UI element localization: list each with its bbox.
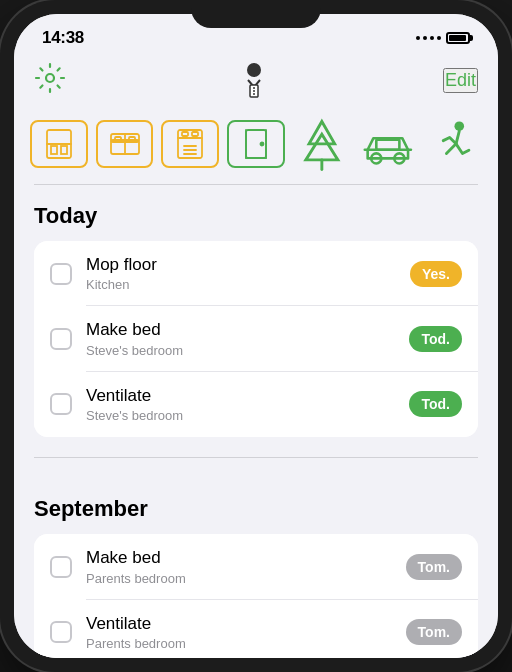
signal-icon [416, 36, 441, 40]
room-car[interactable] [359, 120, 417, 168]
task-name: Make bed [86, 548, 406, 568]
svg-point-4 [253, 90, 255, 92]
task-info: Make bed Steve's bedroom [86, 320, 409, 357]
room-door[interactable] [227, 120, 285, 168]
room-strip [14, 112, 498, 184]
room-bathroom[interactable] [30, 120, 88, 168]
svg-point-5 [253, 93, 255, 95]
phone-screen: 14:38 [14, 14, 498, 658]
svg-rect-30 [376, 140, 399, 150]
svg-point-25 [261, 143, 264, 146]
september-title: September [34, 496, 478, 522]
task-badge: Tod. [409, 326, 462, 352]
task-badge: Tom. [406, 554, 462, 580]
svg-rect-8 [51, 146, 57, 154]
task-item: Make bed Parents bedroom Tom. [34, 534, 478, 599]
task-badge: Yes. [410, 261, 462, 287]
svg-rect-17 [182, 132, 188, 136]
svg-rect-18 [192, 132, 198, 136]
status-time: 14:38 [42, 28, 84, 48]
task-name: Ventilate [86, 386, 409, 406]
september-tasks-list: Make bed Parents bedroom Tom. Ventilate … [34, 534, 478, 658]
task-badge: Tom. [406, 619, 462, 645]
task-checkbox[interactable] [50, 556, 72, 578]
notch [191, 0, 321, 28]
today-section: Today Mop floor Kitchen Yes. [14, 185, 498, 437]
room-outdoor[interactable] [293, 120, 351, 168]
svg-point-3 [253, 87, 255, 89]
task-info: Ventilate Parents bedroom [86, 614, 406, 651]
task-location: Parents bedroom [86, 571, 406, 586]
svg-rect-14 [129, 137, 135, 141]
task-name: Ventilate [86, 614, 406, 634]
task-location: Kitchen [86, 277, 410, 292]
task-location: Parents bedroom [86, 636, 406, 651]
status-icons [416, 32, 470, 44]
settings-icon[interactable] [34, 62, 66, 98]
task-info: Mop floor Kitchen [86, 255, 410, 292]
phone-frame: 14:38 [0, 0, 512, 672]
task-location: Steve's bedroom [86, 343, 409, 358]
svg-marker-28 [306, 134, 338, 160]
task-item: Ventilate Parents bedroom Tom. [34, 600, 478, 658]
september-section: September Make bed Parents bedroom Tom. [14, 478, 498, 658]
task-checkbox[interactable] [50, 393, 72, 415]
room-bedroom[interactable] [96, 120, 154, 168]
task-info: Ventilate Steve's bedroom [86, 386, 409, 423]
task-item: Ventilate Steve's bedroom Tod. [34, 372, 478, 437]
svg-rect-13 [115, 137, 121, 141]
section-gap [14, 437, 498, 457]
task-item: Mop floor Kitchen Yes. [34, 241, 478, 306]
task-checkbox[interactable] [50, 263, 72, 285]
room-exercise[interactable] [424, 120, 482, 168]
battery-icon [446, 32, 470, 44]
svg-point-34 [455, 122, 465, 132]
today-tasks-list: Mop floor Kitchen Yes. Make bed Steve's … [34, 241, 478, 437]
scroll-content[interactable]: Today Mop floor Kitchen Yes. [14, 185, 498, 658]
task-name: Make bed [86, 320, 409, 340]
task-checkbox[interactable] [50, 328, 72, 350]
app-logo [234, 60, 274, 100]
svg-point-1 [247, 63, 261, 77]
room-living[interactable] [161, 120, 219, 168]
task-info: Make bed Parents bedroom [86, 548, 406, 585]
top-nav: Edit [14, 56, 498, 112]
task-name: Mop floor [86, 255, 410, 275]
svg-point-0 [46, 74, 54, 82]
svg-rect-9 [61, 146, 67, 154]
today-title: Today [34, 203, 478, 229]
task-checkbox[interactable] [50, 621, 72, 643]
task-location: Steve's bedroom [86, 408, 409, 423]
task-item: Make bed Steve's bedroom Tod. [34, 306, 478, 371]
task-badge: Tod. [409, 391, 462, 417]
edit-button[interactable]: Edit [443, 68, 478, 93]
section-gap-2 [14, 458, 498, 478]
